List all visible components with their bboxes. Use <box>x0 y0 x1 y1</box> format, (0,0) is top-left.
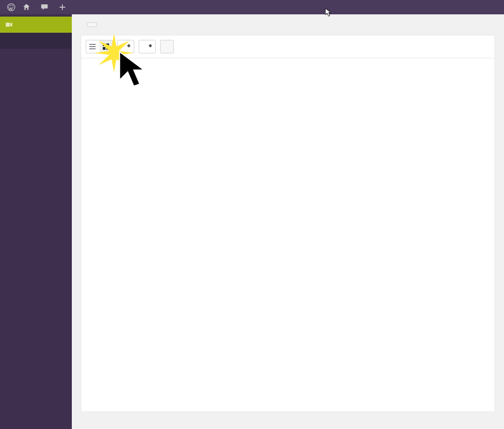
svg-rect-6 <box>106 43 109 46</box>
admin-sidebar <box>0 14 72 429</box>
svg-rect-5 <box>103 43 105 46</box>
admin-toolbar <box>0 0 504 14</box>
svg-rect-7 <box>103 47 105 50</box>
wordpress-icon <box>7 3 15 11</box>
page-header <box>82 22 495 27</box>
media-submenu <box>0 33 72 49</box>
new-content-button[interactable] <box>55 0 73 14</box>
comment-icon <box>40 3 48 11</box>
seo-link[interactable] <box>73 0 80 14</box>
wp-logo-button[interactable] <box>4 0 19 14</box>
add-new-button[interactable] <box>87 22 97 27</box>
media-grid <box>81 58 495 412</box>
svg-rect-8 <box>106 47 109 50</box>
submenu-library[interactable] <box>0 35 72 41</box>
view-toggle <box>86 40 113 53</box>
home-icon <box>22 3 31 11</box>
svg-rect-2 <box>89 44 96 45</box>
date-filter[interactable] <box>139 40 156 53</box>
plus-icon <box>58 3 66 11</box>
media-toolbar <box>81 35 495 58</box>
events-link[interactable] <box>80 0 87 14</box>
bulk-select-button[interactable] <box>160 40 174 53</box>
submenu-addnew[interactable] <box>0 41 72 46</box>
svg-rect-4 <box>89 48 96 49</box>
list-view-button[interactable] <box>86 40 99 53</box>
main-content <box>72 14 504 429</box>
comments-link[interactable] <box>37 0 55 14</box>
menu-media[interactable] <box>0 17 72 33</box>
grid-view-button[interactable] <box>100 40 112 53</box>
media-icon <box>4 20 13 29</box>
media-type-filter[interactable] <box>117 40 134 53</box>
svg-rect-3 <box>89 46 96 47</box>
site-home-link[interactable] <box>19 0 37 14</box>
